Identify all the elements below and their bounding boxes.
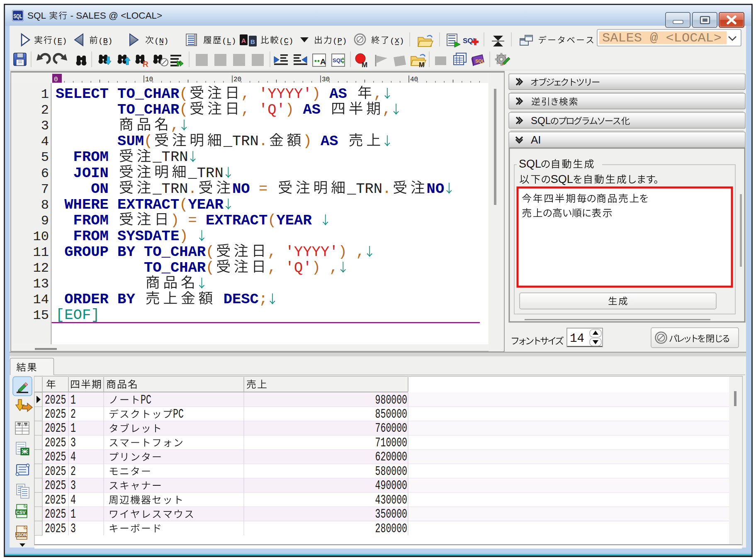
- svg-text:TO_CHAR: TO_CHAR: [117, 85, 180, 102]
- svg-text:A: A: [320, 57, 326, 66]
- svg-text:'Q': 'Q': [259, 101, 285, 118]
- svg-text:'Q': 'Q': [285, 259, 312, 276]
- svg-text:(: (: [206, 259, 214, 276]
- svg-text:(: (: [267, 212, 276, 229]
- svg-text:620000: 620000: [375, 450, 407, 464]
- svg-text:): ): [170, 212, 179, 229]
- svg-text:2025: 2025: [45, 450, 66, 464]
- svg-text:350000: 350000: [375, 507, 407, 521]
- svg-text:SALES: SALES: [76, 10, 106, 21]
- svg-text:FROM: FROM: [73, 149, 109, 166]
- svg-text:,: ,: [170, 117, 179, 134]
- svg-text:2025: 2025: [45, 493, 66, 507]
- svg-text:): ): [303, 133, 311, 150]
- svg-text:AS: AS: [321, 133, 338, 150]
- svg-text:=: =: [259, 180, 267, 197]
- svg-text:_TRN: _TRN: [223, 133, 259, 150]
- svg-text:,: ,: [241, 101, 250, 118]
- svg-text:(: (: [206, 243, 214, 261]
- svg-text:,: ,: [329, 259, 338, 276]
- svg-text:2: 2: [70, 464, 76, 479]
- svg-text:3: 3: [41, 118, 49, 134]
- svg-text:30: 30: [322, 76, 330, 83]
- svg-text:1: 1: [70, 421, 76, 436]
- svg-text:1: 1: [41, 87, 49, 102]
- svg-text:JOIN: JOIN: [73, 165, 109, 182]
- svg-text:(: (: [144, 133, 153, 150]
- svg-text:SQL: SQL: [333, 57, 344, 63]
- svg-text:9: 9: [41, 213, 49, 229]
- svg-text:13: 13: [33, 276, 49, 292]
- svg-text:980000: 980000: [375, 393, 407, 407]
- svg-text:(: (: [179, 85, 188, 102]
- svg-text:EXTRACT: EXTRACT: [206, 212, 267, 229]
- svg-text:.: .: [188, 180, 197, 197]
- svg-text:5: 5: [41, 150, 49, 165]
- svg-text:4: 4: [70, 450, 76, 464]
- svg-text:,: ,: [267, 243, 276, 261]
- svg-text:TO_CHAR: TO_CHAR: [144, 259, 206, 276]
- svg-text:8: 8: [41, 197, 49, 213]
- svg-text:SUM: SUM: [117, 133, 144, 150]
- svg-text:15: 15: [33, 308, 49, 323]
- svg-text:40: 40: [410, 76, 418, 83]
- svg-text:WHERE: WHERE: [64, 196, 108, 213]
- svg-text:2025: 2025: [45, 464, 66, 479]
- svg-text:3: 3: [70, 478, 76, 493]
- svg-text:2025: 2025: [45, 478, 66, 493]
- svg-text:_TRN: _TRN: [152, 149, 188, 166]
- svg-text:_TRN: _TRN: [347, 180, 382, 197]
- svg-text:TO_CHAR: TO_CHAR: [117, 101, 180, 118]
- svg-text:R: R: [143, 60, 148, 68]
- svg-text:20: 20: [233, 76, 241, 83]
- svg-text:2025: 2025: [45, 436, 66, 450]
- svg-text:10: 10: [145, 76, 153, 83]
- svg-text:): ): [338, 243, 347, 261]
- svg-text:M: M: [362, 61, 367, 69]
- svg-text:ORDER: ORDER: [64, 291, 109, 308]
- svg-text:GROUP: GROUP: [64, 243, 108, 261]
- svg-text:.: .: [382, 180, 391, 197]
- svg-text:PC: PC: [141, 393, 151, 407]
- svg-text:<LOCAL>: <LOCAL>: [121, 10, 162, 21]
- svg-text:NO: NO: [232, 180, 250, 197]
- svg-text:.: .: [259, 133, 267, 150]
- svg-text:,: ,: [382, 101, 391, 118]
- svg-text:430000: 430000: [375, 493, 407, 507]
- svg-text:CSV: CSV: [16, 510, 26, 515]
- svg-text:6: 6: [41, 166, 49, 181]
- svg-text:AI: AI: [531, 134, 541, 146]
- svg-text:SELECT: SELECT: [56, 85, 109, 102]
- svg-text:SQL: SQL: [551, 173, 573, 185]
- svg-text:710000: 710000: [375, 436, 407, 450]
- svg-text:,: ,: [267, 259, 276, 276]
- svg-text:DESC: DESC: [224, 291, 259, 308]
- svg-text:): ): [285, 101, 294, 118]
- svg-text:280000: 280000: [375, 521, 407, 536]
- svg-text:11: 11: [33, 245, 49, 260]
- svg-text:YEAR: YEAR: [277, 212, 312, 229]
- svg-text:EXTRACT: EXTRACT: [117, 196, 179, 213]
- svg-text:BY: BY: [117, 291, 135, 308]
- svg-text:BY: BY: [117, 243, 135, 261]
- svg-text:FROM: FROM: [73, 212, 109, 229]
- svg-text:ON: ON: [91, 180, 109, 197]
- svg-text:2025: 2025: [45, 407, 66, 421]
- svg-text:10: 10: [33, 229, 49, 244]
- svg-text:760000: 760000: [375, 421, 407, 436]
- svg-text:): ): [312, 259, 321, 276]
- svg-text:'YYYY': 'YYYY': [259, 85, 312, 102]
- svg-text:;: ;: [259, 291, 267, 308]
- svg-text:SQL: SQL: [531, 115, 551, 126]
- svg-text:SQL: SQL: [475, 58, 485, 63]
- svg-text:_TRN: _TRN: [152, 180, 188, 197]
- svg-text:JSON: JSON: [16, 533, 27, 537]
- svg-text:2025: 2025: [45, 521, 66, 536]
- svg-text:SYSDATE: SYSDATE: [117, 228, 179, 245]
- svg-text:): ): [179, 228, 188, 245]
- svg-text:SQL: SQL: [27, 10, 46, 21]
- svg-text:,: ,: [374, 85, 382, 102]
- svg-text:7: 7: [41, 182, 49, 197]
- svg-text:SQL: SQL: [14, 12, 22, 19]
- svg-text:=: =: [188, 212, 197, 229]
